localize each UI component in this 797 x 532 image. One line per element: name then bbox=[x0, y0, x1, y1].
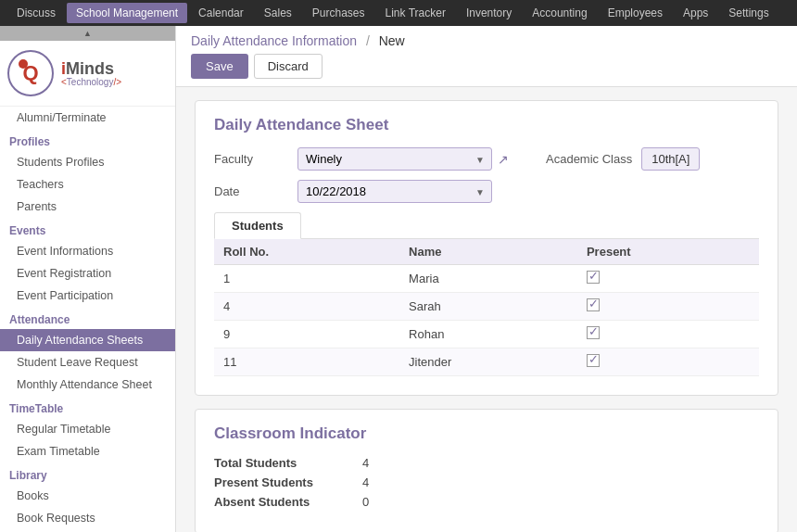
nav-school-management[interactable]: School Management bbox=[67, 3, 187, 23]
col-present: Present bbox=[577, 239, 759, 265]
present-checkbox[interactable] bbox=[587, 326, 600, 339]
present-checkbox[interactable] bbox=[587, 271, 600, 284]
nav-link-tracker[interactable]: Link Tracker bbox=[376, 3, 455, 23]
cell-roll: 11 bbox=[214, 348, 399, 376]
breadcrumb-current: New bbox=[379, 33, 405, 48]
cell-name: Maria bbox=[399, 265, 577, 293]
sidebar-item-teachers[interactable]: Teachers bbox=[0, 173, 175, 196]
sidebar-scroll-up[interactable]: ▲ bbox=[0, 26, 175, 41]
nav-employees[interactable]: Employees bbox=[599, 3, 672, 23]
form-area: Daily Attendance Sheet Faculty Winely ▼ … bbox=[176, 87, 797, 532]
nav-accounting[interactable]: Accounting bbox=[523, 3, 596, 23]
top-navigation: Discuss School Management Calendar Sales… bbox=[0, 0, 797, 26]
toolbar-buttons: Save Discard bbox=[191, 54, 782, 82]
indicator-row: Present Students4 bbox=[214, 475, 759, 489]
sidebar-section-library[interactable]: Library bbox=[0, 462, 175, 485]
table-row: 4Sarah bbox=[214, 293, 759, 321]
breadcrumb-parent[interactable]: Daily Attendance Information bbox=[191, 33, 357, 48]
sidebar-section-profiles[interactable]: Profiles bbox=[0, 129, 175, 151]
indicator-row: Total Students4 bbox=[214, 456, 759, 470]
nav-apps[interactable]: Apps bbox=[674, 3, 717, 23]
sidebar-item-students-profiles[interactable]: Students Profiles bbox=[0, 151, 175, 173]
sidebar-item-event-participation[interactable]: Event Participation bbox=[0, 285, 175, 307]
attendance-card: Daily Attendance Sheet Faculty Winely ▼ … bbox=[195, 100, 778, 396]
col-roll-no: Roll No. bbox=[214, 239, 399, 265]
save-button[interactable]: Save bbox=[191, 54, 248, 79]
indicator-label: Total Students bbox=[214, 456, 362, 470]
nav-sales[interactable]: Sales bbox=[255, 3, 301, 23]
cell-roll: 9 bbox=[214, 321, 399, 348]
faculty-row: Faculty Winely ▼ ↗︎ Academic Class 10th[… bbox=[214, 147, 759, 171]
sidebar-item-parents[interactable]: Parents bbox=[0, 196, 175, 218]
sidebar-item-exam-timetable[interactable]: Exam Timetable bbox=[0, 440, 175, 462]
discard-button[interactable]: Discard bbox=[254, 54, 323, 79]
cell-roll: 1 bbox=[214, 265, 399, 293]
nav-discuss[interactable]: Discuss bbox=[7, 3, 65, 23]
breadcrumb-bar: Daily Attendance Information / New Save … bbox=[176, 26, 797, 87]
date-select-wrapper: 10/22/2018 ▼ bbox=[297, 180, 492, 203]
faculty-label: Faculty bbox=[214, 152, 297, 166]
indicator-label: Absent Students bbox=[214, 495, 362, 509]
breadcrumb-separator: / bbox=[366, 33, 370, 48]
sidebar-section-attendance[interactable]: Attendance bbox=[0, 307, 175, 329]
col-name: Name bbox=[399, 239, 577, 265]
academic-class-value: 10th[A] bbox=[641, 147, 700, 171]
logo-name: iMinds bbox=[61, 60, 121, 77]
indicator-value: 0 bbox=[362, 495, 369, 509]
date-select[interactable]: 10/22/2018 bbox=[297, 180, 492, 203]
sidebar-section-timetable[interactable]: TimeTable bbox=[0, 396, 175, 418]
indicator-row: Absent Students0 bbox=[214, 495, 759, 509]
faculty-select-wrapper: Winely ▼ bbox=[297, 147, 492, 171]
nav-purchases[interactable]: Purchases bbox=[303, 3, 374, 23]
present-checkbox[interactable] bbox=[587, 354, 600, 367]
faculty-external-link-icon[interactable]: ↗︎ bbox=[498, 152, 509, 167]
indicator-label: Present Students bbox=[214, 475, 362, 489]
indicator-value: 4 bbox=[362, 456, 369, 470]
cell-present[interactable] bbox=[577, 293, 759, 321]
sidebar-item-books[interactable]: Books bbox=[0, 485, 175, 507]
date-label: Date bbox=[214, 184, 297, 198]
tab-students[interactable]: Students bbox=[214, 212, 301, 239]
classroom-indicator-card: Classroom Indicator Total Students4Prese… bbox=[195, 409, 778, 532]
cell-name: Jitender bbox=[399, 348, 577, 376]
sidebar-logo: Q iMinds <Technology/> bbox=[0, 41, 175, 107]
breadcrumb: Daily Attendance Information / New bbox=[191, 33, 782, 48]
nav-calendar[interactable]: Calendar bbox=[189, 3, 253, 23]
classroom-indicator-title: Classroom Indicator bbox=[214, 424, 759, 443]
sidebar-item-event-informations[interactable]: Event Informations bbox=[0, 240, 175, 262]
indicator-value: 4 bbox=[362, 475, 369, 489]
cell-name: Sarah bbox=[399, 293, 577, 321]
students-table: Roll No. Name Present 1Maria4Sarah9Rohan… bbox=[214, 239, 759, 376]
sidebar-item-event-registration[interactable]: Event Registration bbox=[0, 262, 175, 285]
logo-sub: <Technology/> bbox=[61, 77, 121, 87]
present-checkbox[interactable] bbox=[587, 298, 600, 311]
nav-inventory[interactable]: Inventory bbox=[457, 3, 521, 23]
sidebar-item-student-leave[interactable]: Student Leave Request bbox=[0, 351, 175, 374]
sidebar: ▲ Q iMinds <Technology/> Alumni/Terminat… bbox=[0, 26, 176, 532]
main-content: Daily Attendance Information / New Save … bbox=[176, 26, 797, 532]
sidebar-item-book-requests[interactable]: Book Requests bbox=[0, 507, 175, 529]
sidebar-item-monthly-attendance[interactable]: Monthly Attendance Sheet bbox=[0, 374, 175, 396]
cell-present[interactable] bbox=[577, 321, 759, 348]
nav-settings[interactable]: Settings bbox=[719, 3, 778, 23]
table-row: 1Maria bbox=[214, 265, 759, 293]
academic-class-label: Academic Class bbox=[546, 152, 632, 166]
faculty-select[interactable]: Winely bbox=[297, 147, 492, 171]
sidebar-item-alumni[interactable]: Alumni/Terminate bbox=[0, 107, 175, 129]
form-tabs: Students bbox=[214, 212, 759, 239]
logo-circle: Q bbox=[7, 50, 54, 96]
sidebar-item-daily-attendance[interactable]: Daily Attendance Sheets bbox=[0, 329, 175, 351]
cell-present[interactable] bbox=[577, 265, 759, 293]
sidebar-section-events[interactable]: Events bbox=[0, 218, 175, 240]
date-row: Date 10/22/2018 ▼ bbox=[214, 180, 759, 203]
cell-present[interactable] bbox=[577, 348, 759, 376]
table-row: 11Jitender bbox=[214, 348, 759, 376]
cell-roll: 4 bbox=[214, 293, 399, 321]
form-title: Daily Attendance Sheet bbox=[214, 116, 759, 134]
sidebar-item-regular-timetable[interactable]: Regular Timetable bbox=[0, 418, 175, 440]
cell-name: Rohan bbox=[399, 321, 577, 348]
table-row: 9Rohan bbox=[214, 321, 759, 348]
